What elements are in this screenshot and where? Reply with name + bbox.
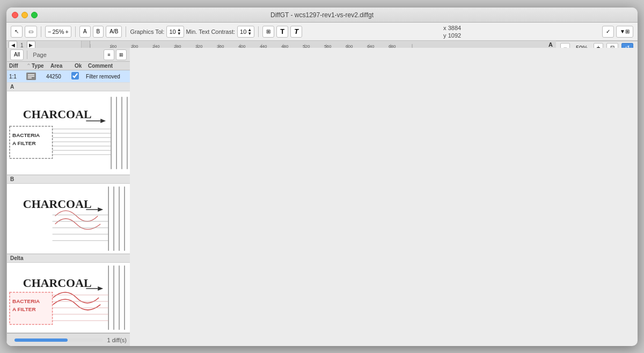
- text-btn-2[interactable]: T: [290, 26, 302, 38]
- separator-3: [126, 26, 126, 37]
- svg-text:200: 200: [131, 44, 138, 48]
- left-panel: ◀ 1 ▶: [6, 41, 82, 48]
- svg-text:480: 480: [281, 44, 289, 48]
- ruler-horizontal: 160 200 240 280 320 360 400 440 480 520 …: [90, 41, 556, 48]
- ruler-corner: [82, 41, 90, 48]
- col-header-ok: Ok: [75, 63, 88, 69]
- main-content: ◀ 1 ▶: [6, 41, 638, 48]
- list-view-button[interactable]: ≡: [104, 49, 114, 60]
- col-header-diff: Diff: [9, 63, 25, 69]
- bottom-bar: − 50% + ⊡ ↺: [556, 41, 638, 48]
- fit-icon: ⊡: [610, 45, 614, 48]
- right-panel: All Page ≡ ⊞ Diff ⌃ Type Area Ok Comment…: [6, 48, 130, 346]
- btn-a[interactable]: A: [79, 26, 91, 38]
- diff-type-cell: [26, 73, 45, 80]
- graphics-tol-label: Graphics Tol:: [130, 28, 164, 35]
- grid-view-button[interactable]: ⊞: [116, 49, 127, 60]
- nav-prev-button[interactable]: ◀: [9, 41, 17, 48]
- svg-text:400: 400: [238, 44, 246, 48]
- zoom-display: − 25% +: [45, 26, 71, 38]
- refresh-icon: ↺: [625, 45, 630, 48]
- zoom-plus-button[interactable]: +: [594, 43, 603, 48]
- diff-comment: Filter removed: [86, 74, 128, 80]
- check-button[interactable]: ✓: [602, 26, 614, 38]
- svg-text:A FILTER: A FILTER: [12, 140, 36, 146]
- graphics-tol-input[interactable]: 10 ▲▼: [166, 26, 184, 38]
- rect-icon: ▭: [28, 28, 33, 34]
- diff-ok-checkbox[interactable]: [71, 72, 79, 80]
- progress-bar-fill: [14, 338, 68, 342]
- fit-view-button[interactable]: ⊡: [606, 43, 618, 48]
- preview-delta-image: CHARCOAL BA: [7, 263, 130, 333]
- pointer-tool-button[interactable]: ↖: [11, 26, 23, 38]
- stepper-arrows-2[interactable]: ▲▼: [247, 28, 252, 35]
- toolbar: ↖ ▭ − 25% + A B A/B Graphics Tol: 10 ▲▼ …: [6, 23, 638, 41]
- zoom-minus-icon[interactable]: −: [48, 28, 51, 35]
- all-button[interactable]: All: [10, 49, 24, 60]
- table-header: Diff ⌃ Type Area Ok Comment: [7, 62, 130, 70]
- table-row[interactable]: 1:1 44250 Filter removed: [7, 70, 130, 83]
- btn-b[interactable]: B: [93, 26, 104, 38]
- col-header-area: Area: [50, 63, 75, 69]
- min-text-input[interactable]: 10 ▲▼: [237, 26, 254, 38]
- svg-text:560: 560: [324, 44, 332, 48]
- ruler-area: 160 200 240 280 320 360 400 440 480 520 …: [82, 41, 556, 48]
- svg-text:BACTERIA: BACTERIA: [12, 298, 40, 304]
- rect-tool-button[interactable]: ▭: [25, 26, 37, 38]
- svg-text:240: 240: [152, 44, 160, 48]
- svg-text:CHARCOAL: CHARCOAL: [23, 276, 92, 290]
- nav-next-button[interactable]: ▶: [27, 41, 35, 48]
- preview-a-image: CHARCOAL BA: [7, 91, 130, 175]
- zoom-value: 25%: [52, 28, 64, 35]
- image-icon: ⊞: [266, 28, 270, 34]
- svg-text:CHARCOAL: CHARCOAL: [23, 197, 92, 211]
- right-top-bar: All Page ≡ ⊞: [7, 48, 130, 62]
- preview-section-a: A CHARCOAL: [7, 83, 130, 175]
- svg-text:320: 320: [195, 44, 203, 48]
- svg-text:360: 360: [217, 44, 224, 48]
- zoom-controls: − 50% +: [560, 43, 603, 48]
- diff-count-status: 1 diff(s): [107, 337, 127, 343]
- separator: [27, 51, 27, 59]
- panel-a-label: A: [548, 41, 553, 48]
- svg-text:BACTERIA: BACTERIA: [12, 132, 40, 138]
- page-nav-bar: ◀ 1 ▶: [6, 41, 81, 48]
- zoom-percent: 50%: [572, 45, 591, 48]
- filter-button[interactable]: ▼⊞: [616, 26, 633, 38]
- view-toggle-buttons: ≡ ⊞: [104, 49, 127, 60]
- col-header-type: Type: [32, 63, 50, 69]
- svg-text:440: 440: [260, 44, 267, 48]
- stepper-arrows[interactable]: ▲▼: [177, 28, 181, 35]
- traffic-lights: [12, 12, 38, 18]
- coord-y: y 1092: [443, 32, 461, 39]
- zoom-plus-icon[interactable]: +: [65, 28, 68, 35]
- close-button[interactable]: [12, 12, 18, 18]
- col-header-comment: Comment: [88, 63, 128, 69]
- preview-section-b: B CHARCOAL: [7, 175, 130, 254]
- minimize-button[interactable]: [21, 12, 28, 18]
- btn-ab[interactable]: A/B: [106, 26, 122, 38]
- page-indicator: 1: [18, 42, 26, 48]
- center-panel: 160 200 240 280 320 360 400 440 480 520 …: [82, 41, 556, 48]
- preview-a-label: A: [7, 83, 130, 91]
- page-label-text: Page: [33, 52, 47, 58]
- image-icon-button[interactable]: ⊞: [262, 26, 274, 38]
- preview-delta-label: Delta: [7, 254, 130, 263]
- coord-x: x 3884: [443, 24, 461, 32]
- titlebar: DiffGT - wcs1297-rev1-vs-rev2.diffgt: [6, 8, 638, 23]
- diff-number: 1:1: [9, 74, 25, 80]
- separator-1: [41, 26, 41, 37]
- window-title: DiffGT - wcs1297-rev1-vs-rev2.diffgt: [270, 11, 374, 19]
- separator-2: [75, 26, 76, 37]
- preview-b-label: B: [7, 175, 130, 184]
- pointer-icon: ↖: [14, 28, 19, 34]
- maximize-button[interactable]: [31, 12, 38, 18]
- zoom-minus-button[interactable]: −: [560, 43, 570, 48]
- svg-text:160: 160: [109, 44, 117, 48]
- refresh-button[interactable]: ↺: [621, 43, 633, 48]
- preview-b-image: CHARCOAL: [7, 184, 130, 254]
- svg-text:680: 680: [389, 44, 396, 48]
- text-btn-1[interactable]: T: [276, 26, 288, 38]
- svg-text:CHARCOAL: CHARCOAL: [23, 107, 92, 121]
- diff-area: 44250: [46, 74, 70, 80]
